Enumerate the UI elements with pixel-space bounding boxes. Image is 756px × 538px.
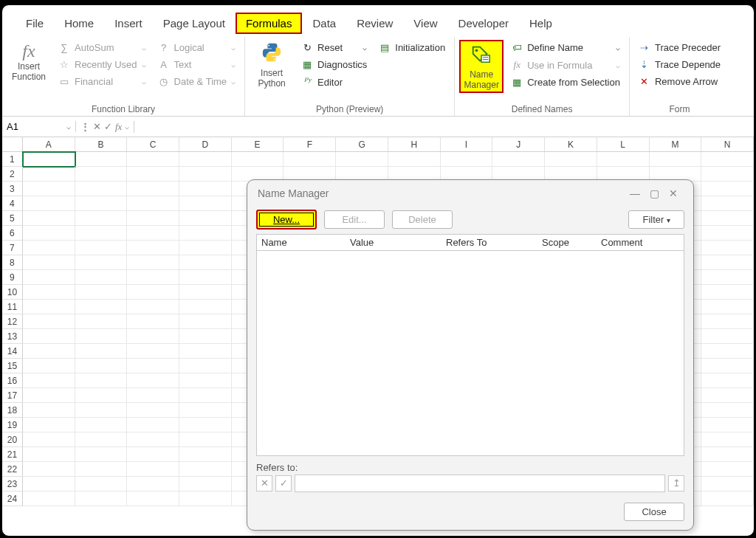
cell[interactable] — [388, 152, 441, 167]
cell[interactable] — [701, 432, 754, 447]
names-list[interactable] — [256, 251, 684, 456]
cell[interactable] — [701, 241, 754, 255]
row-header[interactable]: 7 — [2, 241, 23, 255]
row-header[interactable]: 14 — [2, 344, 23, 359]
cell[interactable] — [179, 196, 232, 211]
insert-function-button[interactable]: fx Insert Function — [7, 40, 51, 83]
cell[interactable] — [232, 152, 284, 167]
cell[interactable] — [75, 388, 128, 403]
cell[interactable] — [75, 344, 128, 359]
row-header[interactable]: 6 — [2, 226, 23, 241]
cell[interactable] — [75, 255, 128, 270]
row-header[interactable]: 17 — [2, 388, 23, 403]
name-box[interactable]: A1 ⌵ — [2, 121, 76, 132]
row-header[interactable]: 21 — [2, 447, 23, 462]
col-header[interactable]: L — [597, 137, 650, 151]
cell[interactable] — [127, 477, 179, 492]
cell[interactable] — [75, 403, 128, 418]
row-header[interactable]: 15 — [2, 359, 23, 373]
cell[interactable] — [75, 211, 128, 226]
cell[interactable] — [75, 152, 128, 167]
cell[interactable] — [179, 314, 232, 329]
remove-arrows-button[interactable]: ✕ Remove Arrow — [634, 74, 725, 89]
cell[interactable] — [23, 477, 75, 492]
cell[interactable] — [492, 152, 545, 167]
cell[interactable] — [23, 492, 75, 506]
trace-precedents-button[interactable]: ⇢ Trace Preceder — [634, 40, 725, 55]
row-header[interactable]: 16 — [2, 373, 23, 388]
cell[interactable] — [75, 432, 128, 447]
cell[interactable] — [701, 285, 754, 300]
cell[interactable] — [127, 418, 179, 432]
cell[interactable] — [75, 418, 128, 432]
row-header[interactable]: 19 — [2, 418, 23, 432]
cell[interactable] — [701, 462, 754, 477]
cell[interactable] — [179, 344, 232, 359]
cell[interactable] — [701, 314, 754, 329]
cell[interactable] — [179, 152, 232, 167]
row-header[interactable]: 13 — [2, 329, 23, 344]
cell[interactable] — [23, 270, 75, 285]
cell[interactable] — [127, 447, 179, 462]
cell[interactable] — [23, 211, 75, 226]
cell[interactable] — [75, 492, 128, 506]
cell[interactable] — [179, 403, 232, 418]
cell[interactable] — [23, 255, 75, 270]
filter-button[interactable]: Filter ▾ — [628, 210, 684, 229]
cell[interactable] — [23, 241, 75, 255]
cell[interactable] — [179, 477, 232, 492]
cell[interactable] — [127, 255, 179, 270]
tab-file[interactable]: File — [16, 13, 54, 34]
cell[interactable] — [23, 447, 75, 462]
tab-review[interactable]: Review — [346, 13, 403, 34]
cell[interactable] — [179, 226, 232, 241]
collapse-dialog-icon[interactable]: ↥ — [668, 475, 684, 492]
row-header[interactable]: 12 — [2, 314, 23, 329]
cell[interactable] — [75, 182, 128, 196]
col-scope[interactable]: Scope — [542, 237, 601, 248]
cell[interactable] — [75, 314, 128, 329]
trace-dependents-button[interactable]: ⇣ Trace Depende — [634, 57, 725, 72]
logical-button[interactable]: ? Logical ⌵ — [154, 40, 241, 55]
col-name[interactable]: Name — [261, 237, 350, 248]
tab-data[interactable]: Data — [302, 13, 346, 34]
cell[interactable] — [75, 241, 128, 255]
datetime-button[interactable]: ◷ Date & Time ⌵ — [154, 74, 241, 89]
cell[interactable] — [701, 447, 754, 462]
edit-button[interactable]: Edit... — [324, 210, 385, 229]
col-header[interactable]: A — [23, 137, 75, 151]
recently-used-button[interactable]: ☆ Recently Used ⌵ — [54, 57, 151, 72]
col-header[interactable]: G — [336, 137, 388, 151]
row-header[interactable]: 10 — [2, 285, 23, 300]
delete-button[interactable]: Delete — [392, 210, 453, 229]
cell[interactable] — [545, 152, 597, 167]
cell[interactable] — [127, 196, 179, 211]
cell[interactable] — [23, 344, 75, 359]
cell[interactable] — [75, 329, 128, 344]
cell[interactable] — [75, 462, 128, 477]
initialization-button[interactable]: ▤ Initialization — [374, 40, 450, 55]
row-header[interactable]: 11 — [2, 300, 23, 314]
cell[interactable] — [127, 226, 179, 241]
cell[interactable] — [127, 285, 179, 300]
cell[interactable] — [650, 152, 702, 167]
cell[interactable] — [179, 462, 232, 477]
col-header[interactable]: M — [650, 137, 702, 151]
cell[interactable] — [701, 167, 754, 182]
col-header[interactable]: E — [232, 137, 284, 151]
col-header[interactable]: J — [492, 137, 545, 151]
row-header[interactable]: 1 — [2, 152, 23, 167]
autosum-button[interactable]: ∑ AutoSum ⌵ — [54, 40, 151, 55]
cell[interactable] — [179, 300, 232, 314]
cell[interactable] — [75, 196, 128, 211]
row-header[interactable]: 23 — [2, 477, 23, 492]
tab-formulas[interactable]: Formulas — [236, 13, 303, 34]
row-header[interactable]: 3 — [2, 182, 23, 196]
cell[interactable] — [23, 182, 75, 196]
cell[interactable] — [284, 152, 336, 167]
cell[interactable] — [179, 255, 232, 270]
name-manager-button[interactable]: Name Manager — [459, 40, 504, 93]
cell[interactable] — [179, 373, 232, 388]
cell[interactable] — [23, 314, 75, 329]
cell[interactable] — [701, 182, 754, 196]
